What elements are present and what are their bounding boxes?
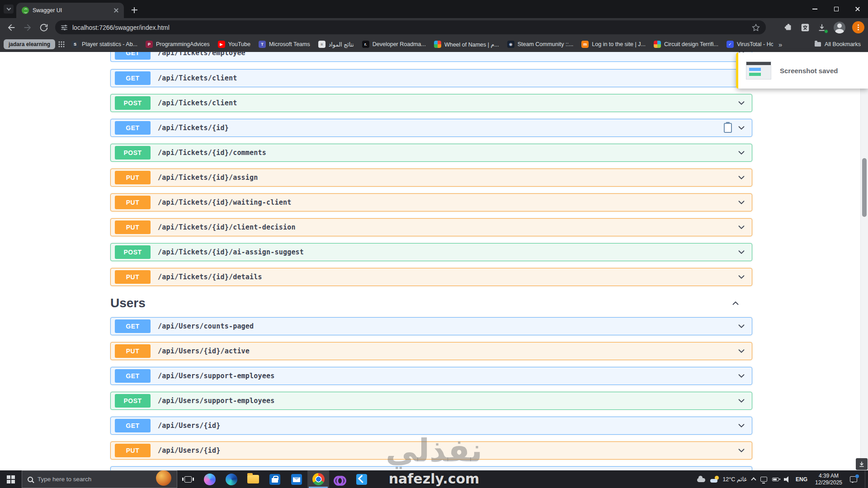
close-button[interactable] [847, 0, 868, 18]
users-section-header[interactable]: Users [110, 293, 752, 314]
endpoint-row[interactable]: POST /api/Users/support-employees [110, 392, 752, 410]
chevron-down-icon[interactable] [736, 421, 746, 431]
users-endpoints: GET /api/Users/counts-paged PUT /api/Use… [110, 317, 752, 460]
bookmark-item[interactable]: T Microsoft Teams [255, 39, 314, 50]
endpoint-row[interactable]: PUT /api/Tickets/{id}/assign [110, 169, 752, 187]
translate-icon[interactable] [800, 23, 810, 33]
chevron-down-icon[interactable] [736, 148, 746, 158]
battery-icon[interactable] [772, 478, 779, 481]
browser-tab[interactable]: Swagger UI [16, 3, 124, 18]
apps-grid-icon[interactable] [58, 41, 65, 48]
back-icon[interactable] [6, 23, 16, 33]
screenshot-toast[interactable]: Screenshot saved [736, 52, 868, 89]
volume-icon[interactable] [784, 476, 791, 483]
chevron-down-icon[interactable] [736, 98, 746, 108]
chevron-down-icon[interactable] [736, 371, 746, 381]
bookmark-item[interactable]: P ProgrammingAdvices [142, 39, 213, 50]
chevron-down-icon[interactable] [736, 396, 746, 406]
new-tab-button[interactable] [128, 4, 140, 16]
edge-app-icon[interactable] [221, 470, 242, 488]
onedrive-icon[interactable] [697, 478, 705, 482]
refresh-icon[interactable] [39, 23, 49, 33]
show-desktop-button[interactable] [865, 470, 867, 488]
store-app-icon[interactable] [264, 470, 286, 488]
language-indicator[interactable]: ENG [796, 476, 807, 483]
endpoint-row[interactable]: GET /api/Users/counts-paged [110, 317, 752, 335]
extensions-icon[interactable] [783, 23, 793, 33]
endpoint-path: /api/Users/{id} [158, 446, 220, 455]
taskbar-clock[interactable]: 4:39 AM 12/29/2025 [812, 473, 845, 486]
vscode-app-icon[interactable] [351, 470, 373, 488]
bookmark-label: Player statistics - Ab... [82, 41, 137, 47]
endpoint-row[interactable]: PUT /api/Tickets/{id}/details [110, 268, 752, 286]
bookmark-item[interactable]: m Log in to the site | J... [578, 39, 649, 50]
bookmark-item[interactable]: ◉ Steam Community ::... [504, 39, 577, 50]
all-bookmarks-button[interactable]: All Bookmarks [815, 41, 864, 47]
file-explorer-app-icon[interactable] [242, 470, 264, 488]
endpoint-row[interactable]: PUT /api/Tickets/{id}/waiting-client [110, 193, 752, 211]
endpoint-row[interactable]: POST /api/Tickets/{id}/comments [110, 144, 752, 162]
bookmarks-overflow-icon[interactable]: » [776, 41, 785, 48]
chevron-down-icon[interactable] [736, 346, 746, 356]
bookmark-favicon: m [581, 41, 589, 48]
chevron-down-icon[interactable] [736, 446, 746, 455]
task-view-button[interactable] [177, 470, 199, 488]
method-badge: POST [115, 146, 151, 160]
scrollbar[interactable] [860, 52, 868, 470]
chevron-down-icon[interactable] [736, 272, 746, 282]
hidden-icons-chevron[interactable] [751, 477, 756, 482]
tab-close-icon[interactable] [112, 6, 120, 14]
start-button[interactable] [0, 470, 22, 488]
download-button[interactable] [856, 458, 868, 470]
endpoint-row[interactable]: GET /api/Users/support-employees [110, 367, 752, 385]
endpoint-row[interactable]: PUT /api/Tickets/{id}/client-decision [110, 218, 752, 236]
minimize-button[interactable] [804, 0, 826, 18]
scrollbar-thumb[interactable] [862, 158, 867, 217]
menu-icon[interactable] [852, 21, 864, 33]
visual-studio-app-icon[interactable] [329, 470, 351, 488]
endpoint-row[interactable]: PUT /api/Users/{id} [110, 441, 752, 460]
endpoint-row[interactable]: POST /api/Tickets/{id}/ai-assign-suggest [110, 243, 752, 261]
address-bar[interactable]: localhost:7266/swagger/index.html [55, 20, 766, 34]
chevron-down-icon[interactable] [736, 247, 746, 257]
tab-search-icon[interactable] [4, 5, 14, 14]
bookmark-star-icon[interactable] [751, 23, 760, 32]
endpoint-row[interactable]: GET /api/Tickets/client [110, 69, 752, 87]
chevron-up-icon[interactable] [731, 298, 741, 308]
site-settings-icon[interactable] [61, 24, 68, 31]
endpoint-row[interactable]: POST /api/Tickets/client [110, 94, 752, 112]
tab-group-chip[interactable]: jadara elearning [4, 39, 55, 49]
mail-app-icon[interactable] [286, 470, 307, 488]
bookmark-item[interactable]: S Player statistics - Ab... [68, 39, 141, 50]
bookmark-item[interactable]: ≡ نتائج المواد [315, 39, 358, 50]
bookmark-item[interactable]: ▶ YouTube [214, 39, 254, 50]
bookmark-item[interactable]: Circuit design Terrifi... [650, 39, 722, 50]
search-highlight-image[interactable] [156, 470, 171, 486]
endpoint-row[interactable]: GET /api/Tickets/employee [110, 52, 752, 62]
network-icon[interactable] [760, 477, 767, 482]
chevron-down-icon[interactable] [736, 197, 746, 207]
partial-endpoint-row-bottom[interactable] [110, 466, 752, 470]
bookmark-item[interactable]: Wheel of Names | م... [430, 39, 503, 50]
url-text[interactable]: localhost:7266/swagger/index.html [72, 24, 747, 31]
copilot-app-icon[interactable] [199, 470, 221, 488]
chevron-down-icon[interactable] [736, 222, 746, 232]
chevron-down-icon[interactable] [736, 321, 746, 331]
endpoint-row[interactable]: GET /api/Tickets/{id} [110, 119, 752, 137]
action-center-icon[interactable] [850, 476, 857, 482]
clipboard-icon[interactable] [724, 123, 732, 133]
chrome-app-icon[interactable] [307, 470, 329, 488]
forward-icon[interactable] [23, 23, 33, 33]
chevron-down-icon[interactable] [736, 173, 746, 183]
toast-accent-bar [736, 52, 738, 89]
maximize-button[interactable] [826, 0, 847, 18]
endpoint-row[interactable]: GET /api/Users/{id} [110, 417, 752, 435]
bookmark-item[interactable]: ✓ VirusTotal - Home [723, 39, 773, 50]
endpoint-row[interactable]: PUT /api/Users/{id}/active [110, 342, 752, 360]
bookmark-item[interactable]: r. Developer Roadma... [359, 39, 429, 50]
downloads-icon[interactable] [817, 23, 827, 33]
chevron-down-icon[interactable] [736, 123, 746, 133]
profile-avatar[interactable] [834, 22, 845, 33]
weather-widget[interactable]: 12°C غائم [710, 476, 747, 483]
taskbar-search[interactable]: Type here to search [22, 470, 177, 488]
